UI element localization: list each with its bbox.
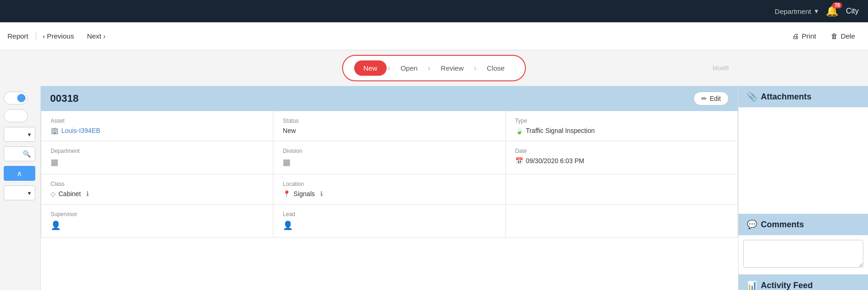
field-type: Type 🍃 Traffic Signal Inspection	[506, 111, 738, 141]
field-class-label: Class	[51, 181, 264, 187]
field-location-value: 📍 Signals ℹ	[283, 190, 496, 198]
field-status-label: Status	[283, 118, 496, 124]
chevron-left-icon: ‹	[43, 32, 45, 40]
field-class: Class ◇ Cabinet ℹ	[41, 174, 273, 204]
leaf-icon: 🍃	[515, 127, 523, 134]
field-department-label: Department	[51, 148, 264, 154]
field-asset-value[interactable]: 🏢 Louis-I394EB	[51, 127, 264, 134]
toggle-1[interactable]	[4, 92, 28, 105]
record-header: 00318 ✏ Edit	[41, 86, 738, 111]
step-sep-1: ›	[388, 63, 390, 73]
printer-icon: 🖨	[792, 32, 799, 40]
field-empty-1	[506, 174, 738, 204]
second-bar: Report ‹ Previous Next › 🖨 Print 🗑 Dele	[0, 22, 868, 50]
workflow-box: New › Open › Review › Close	[342, 55, 526, 81]
comments-section: 💬 Comments	[738, 214, 868, 275]
field-lead: Lead 👤	[273, 204, 505, 237]
workflow-step-open: Open	[391, 60, 427, 76]
dropdown2-chevron-icon: ▾	[28, 190, 31, 197]
edit-button[interactable]: ✏ Edit	[693, 92, 729, 105]
step-review-button[interactable]: Review	[432, 60, 473, 76]
activity-feed-header: 📊 Activity Feed	[738, 275, 868, 290]
step-open-button[interactable]: Open	[391, 60, 427, 76]
paperclip-icon: 📎	[747, 92, 757, 102]
field-date-value: 📅 09/30/2020 6:03 PM	[515, 157, 728, 165]
city-label: City	[846, 7, 859, 15]
notification-bell[interactable]: 🔔 78	[826, 5, 838, 17]
field-empty-2	[506, 204, 738, 237]
delete-button[interactable]: 🗑 Dele	[825, 28, 861, 44]
trash-icon: 🗑	[831, 32, 838, 40]
field-supervisor-value: 👤	[51, 220, 264, 231]
previous-label: Previous	[47, 32, 74, 40]
field-status-value: New	[283, 127, 496, 134]
comments-input[interactable]	[743, 240, 863, 268]
next-button[interactable]: Next ›	[80, 28, 112, 44]
field-type-value: 🍃 Traffic Signal Inspection	[515, 127, 728, 134]
print-label: Print	[802, 32, 816, 40]
field-location: Location 📍 Signals ℹ	[273, 174, 505, 204]
sidebar-dropdown-2[interactable]: ▾	[4, 185, 35, 200]
chevron-up-icon: ∧	[17, 169, 22, 178]
field-department-value: ▦	[51, 157, 264, 167]
calendar-icon: 📅	[515, 157, 523, 165]
attachments-body	[738, 107, 868, 214]
building-icon: 🏢	[51, 127, 58, 134]
supervisor-person-icon: 👤	[51, 220, 61, 231]
attachments-label: Attachments	[761, 92, 811, 102]
sidebar-search[interactable]: 🔍	[4, 146, 35, 161]
chevron-right-icon: ›	[103, 32, 105, 40]
center-content: 00318 ✏ Edit Asset 🏢 Louis-I394EB Status…	[41, 86, 738, 290]
class-info-icon[interactable]: ℹ	[86, 190, 89, 198]
step-close-button[interactable]: Close	[478, 60, 514, 76]
field-division-value: ▦	[283, 157, 496, 167]
previous-button[interactable]: ‹ Previous	[36, 28, 80, 44]
step-new-button[interactable]: New	[354, 60, 387, 76]
workflow-area: New › Open › Review › Close Modifi	[0, 50, 868, 86]
field-division: Division ▦	[273, 141, 505, 174]
department-label: Department	[775, 7, 811, 15]
activity-label: Activity Feed	[761, 281, 813, 290]
delete-label: Dele	[841, 32, 855, 40]
search-input[interactable]	[4, 151, 21, 157]
lead-person-icon: 👤	[283, 220, 293, 231]
main-area: ▾ 🔍 ∧ ▾ 00318 ✏ Edit Asset	[0, 86, 868, 290]
right-sidebar: 📎 Attachments 💬 Comments 📊 Activity Feed	[738, 86, 868, 290]
pencil-icon: ✏	[701, 95, 707, 102]
collapse-button[interactable]: ∧	[4, 166, 35, 181]
print-button[interactable]: 🖨 Print	[786, 28, 822, 44]
step-sep-2: ›	[428, 63, 431, 73]
field-type-label: Type	[515, 118, 728, 124]
location-info-icon[interactable]: ℹ	[320, 190, 323, 198]
field-asset: Asset 🏢 Louis-I394EB	[41, 111, 273, 141]
left-sidebar: ▾ 🔍 ∧ ▾	[0, 86, 41, 290]
field-lead-value: 👤	[283, 220, 496, 231]
step-sep-3: ›	[474, 63, 477, 73]
comment-icon: 💬	[747, 219, 757, 230]
dropdown-chevron-icon: ▾	[28, 131, 31, 138]
field-date: Date 📅 09/30/2020 6:03 PM	[506, 141, 738, 174]
department-chevron: ▾	[815, 7, 818, 15]
field-division-label: Division	[283, 148, 496, 154]
next-label: Next	[87, 32, 101, 40]
field-lead-label: Lead	[283, 211, 496, 218]
field-asset-label: Asset	[51, 118, 264, 124]
department-selector[interactable]: Department ▾	[775, 7, 818, 15]
pin-icon: 📍	[283, 190, 291, 198]
notification-badge: 78	[832, 2, 842, 8]
search-button[interactable]: 🔍	[21, 150, 32, 158]
edit-label: Edit	[710, 95, 721, 102]
comments-header: 💬 Comments	[738, 214, 868, 235]
field-date-label: Date	[515, 148, 728, 154]
workflow-step-review: Review	[432, 60, 473, 76]
record-fields: Asset 🏢 Louis-I394EB Status New Type 🍃 T…	[41, 111, 738, 237]
field-class-value: ◇ Cabinet ℹ	[51, 190, 264, 198]
comments-label: Comments	[761, 220, 804, 230]
report-label: Report	[7, 32, 36, 40]
field-supervisor: Supervisor 👤	[41, 204, 273, 237]
sidebar-dropdown-1[interactable]: ▾	[4, 127, 35, 142]
toggle-2[interactable]	[4, 109, 28, 122]
division-icon: ▦	[283, 157, 291, 167]
field-department: Department ▦	[41, 141, 273, 174]
attachments-header: 📎 Attachments	[738, 86, 868, 107]
